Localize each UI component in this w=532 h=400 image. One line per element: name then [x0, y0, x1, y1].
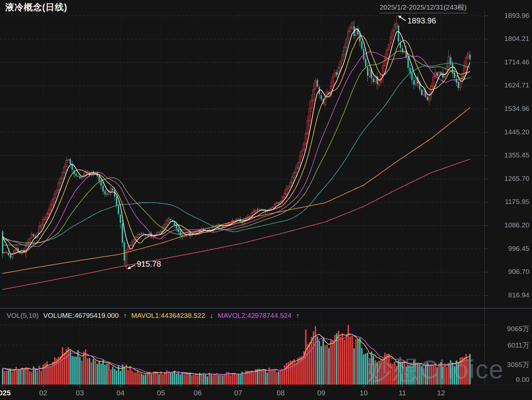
vol-params-label: VOL(5,10) [7, 312, 39, 319]
time-axis-label: 12 [437, 389, 445, 397]
page-title: 液冷概念(日线) [5, 1, 67, 13]
price-axis-label: 1714.46 [504, 58, 529, 66]
price-axis-label: 1534.96 [504, 105, 529, 112]
volume-up-arrow-icon: ↑ [123, 312, 127, 319]
mavol1-down-arrow-icon: ↓ [210, 312, 213, 319]
time-axis-label: 05 [157, 389, 165, 397]
time-axis-label: 11 [399, 389, 406, 397]
chart-canvas: 1893.961804.211714.461624.711534.961445.… [0, 0, 532, 400]
price-axis-label: 816.94 [508, 291, 530, 299]
time-axis-label: 02 [39, 389, 47, 397]
date-range-link[interactable]: 2025/1/2-2025/12/31(243根) [380, 3, 467, 13]
time-axis-label: 04 [116, 389, 124, 397]
volume-value-label: VOLUME:46795419.000 [43, 312, 119, 319]
pane-separator [0, 308, 532, 309]
volume-axis-label: 6011万 [508, 341, 529, 349]
volume-axis-label: 0.00 [516, 376, 529, 383]
price-axis-label: 1265.70 [504, 175, 529, 182]
price-axis-label: 1175.95 [505, 198, 529, 205]
price-axis-label: 1445.20 [504, 128, 529, 136]
time-axis-label: 08 [277, 389, 284, 397]
time-axis-label: 09 [317, 389, 325, 397]
mavol1-value-label: MAVOL1:44364238.522 [131, 312, 205, 319]
volume-axis-label: 9065万 [507, 325, 529, 332]
price-axis-label: 1893.96 [504, 12, 529, 19]
price-axis-label: 906.70 [508, 268, 529, 275]
time-axis-label: 10 [360, 389, 368, 397]
volume-axis-label: 3055万 [507, 361, 529, 368]
stock-chart-app: 1893.961804.211714.461624.711534.961445.… [0, 0, 532, 400]
mavol2-up-arrow-icon: ↑ [296, 312, 299, 319]
low-annotation: 915.78 [137, 259, 161, 268]
high-annotation: 1893.96 [408, 16, 436, 25]
watermark: 妙想Choice [367, 355, 504, 384]
price-axis-label: 1804.21 [504, 35, 529, 42]
time-axis-label: 06 [194, 389, 202, 397]
volume-indicator-header: VOL(5,10) VOLUME:46795419.000 ↑ MAVOL1:4… [7, 312, 299, 319]
price-axis-label: 1624.71 [504, 81, 529, 89]
time-axis-label: 07 [234, 389, 242, 397]
mavol2-value-label: MAVOL2:42978744.524 [218, 312, 292, 319]
price-axis-label: 996.45 [508, 245, 529, 252]
price-axis-label: 1086.20 [504, 221, 529, 229]
time-axis-label: 03 [76, 389, 84, 397]
time-axis-label: 2025 [0, 389, 11, 397]
price-axis-label: 1355.45 [504, 151, 529, 159]
